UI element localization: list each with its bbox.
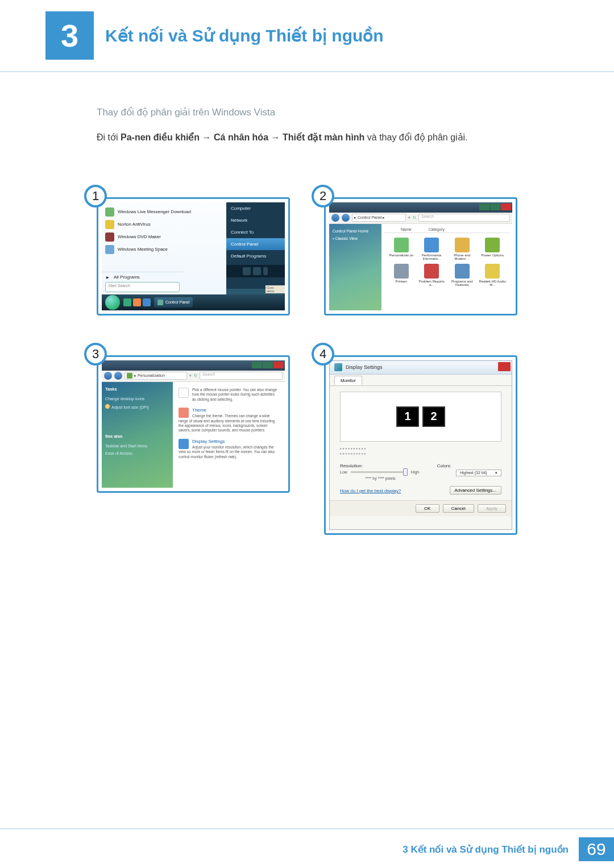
display-settings-icon <box>334 363 342 371</box>
step-badge: 4 <box>312 343 334 366</box>
start-right-item[interactable]: Connect To <box>226 226 285 238</box>
dropdown-placeholder[interactable]: ********** <box>340 447 501 451</box>
control-panel-icon[interactable]: Phone and Modem ... <box>448 238 476 260</box>
close-icon[interactable] <box>273 362 284 368</box>
control-panel-icon[interactable]: Programs and Features <box>448 264 476 286</box>
chapter-number-badge: 3 <box>45 11 94 60</box>
dialog-buttons: OK Cancel Apply <box>330 500 512 516</box>
instruction-bold-1: Pa-nen điều khiển <box>121 132 200 142</box>
column-header[interactable]: Category <box>429 227 445 231</box>
forward-button[interactable] <box>342 214 350 222</box>
minimize-icon[interactable] <box>252 362 262 368</box>
control-panel-icon[interactable]: Printers <box>387 264 416 286</box>
personalization-block[interactable]: Theme Change the theme. Themes can chang… <box>179 408 279 433</box>
start-right-item[interactable]: Computer <box>226 202 285 214</box>
sidebar-item[interactable]: Control Panel Home <box>331 227 379 235</box>
personalization-main: Pick a different mouse pointer. You can … <box>173 382 285 488</box>
start-orb-icon[interactable] <box>105 295 120 310</box>
control-panel-icon[interactable]: Personalizati on <box>387 238 416 260</box>
sidebar-heading: See also <box>105 434 169 439</box>
start-menu-item[interactable]: Norton AntiVirus <box>102 218 226 231</box>
control-panel-icon[interactable]: Performance Informatio... <box>418 238 446 260</box>
taskbar-icon[interactable] <box>133 298 141 306</box>
maximize-icon[interactable] <box>490 203 500 210</box>
personalization-block[interactable]: Display Settings Adjust your monitor res… <box>179 439 279 459</box>
screenshot-personalization: ▸ Personalization ▾↻ Search Tasks Change… <box>102 360 285 488</box>
close-icon[interactable] <box>498 362 511 371</box>
control-panel-icon[interactable]: Realtek HD Audio M... <box>479 264 507 286</box>
control-panel-main: NameCategory Personalizati onPerformance… <box>381 224 512 310</box>
apply-button[interactable]: Apply <box>478 504 506 513</box>
screenshot-start-menu: Windows Live Messenger Download Norton A… <box>102 202 285 310</box>
close-icon[interactable] <box>501 203 511 210</box>
chapter-header: 3 Kết nối và Sử dụng Thiết bị nguồn <box>0 0 614 60</box>
chapter-title: Kết nối và Sử dụng Thiết bị nguồn <box>105 26 384 45</box>
tab-monitor[interactable]: Monitor <box>334 376 362 385</box>
step-badge: 3 <box>84 343 107 366</box>
all-programs-item[interactable]: All Programs <box>102 272 184 282</box>
control-panel-icon[interactable]: Problem Reports a... <box>418 264 446 286</box>
colors-label: Colors: <box>437 463 501 468</box>
sidebar-heading: Tasks <box>105 387 169 392</box>
back-button[interactable] <box>331 214 339 222</box>
arrow-icon: → <box>202 132 214 142</box>
monitor-preview: 1 2 <box>340 392 501 442</box>
start-right-item-selected[interactable]: Control Panel <box>226 238 285 250</box>
step-badge: 2 <box>312 185 334 207</box>
start-menu-item[interactable]: Windows DVD Maker <box>102 231 226 243</box>
monitor-2[interactable]: 2 <box>422 406 445 427</box>
colors-select[interactable]: Highest (32 bit) ▾ <box>456 470 501 476</box>
lock-icon <box>253 267 261 275</box>
mouse-pointer-icon <box>179 388 189 398</box>
step-2: 2 ▸ Control Panel ▸ ▾↻ Search <box>324 197 517 315</box>
search-input[interactable]: Search <box>200 372 283 380</box>
cancel-button[interactable]: Cancel <box>443 504 474 513</box>
help-link[interactable]: How do I get the best display? <box>340 488 401 493</box>
sidebar-item[interactable]: Ease of Access <box>105 450 169 457</box>
step-box: ▸ Personalization ▾↻ Search Tasks Change… <box>97 355 290 493</box>
shutdown-area[interactable] <box>226 265 285 277</box>
theme-icon <box>179 408 189 418</box>
shield-icon <box>105 404 110 409</box>
checkbox-placeholder[interactable]: ********** <box>340 452 501 456</box>
instruction-prefix: Đi tới <box>97 132 121 142</box>
resolution-slider[interactable]: Low High <box>340 470 421 474</box>
window-titlebar <box>102 360 285 371</box>
resolution-value: **** by **** pixels <box>340 476 421 480</box>
column-header[interactable]: Name <box>401 227 412 231</box>
start-search-input[interactable]: Start Search <box>105 282 180 292</box>
monitor-1[interactable]: 1 <box>396 406 419 427</box>
personalization-block[interactable]: Pick a different mouse pointer. You can … <box>179 388 279 402</box>
advanced-settings-button[interactable]: Advanced Settings... <box>450 486 501 495</box>
forward-button[interactable] <box>114 372 122 380</box>
taskbar-icon[interactable] <box>143 298 151 306</box>
sidebar-item[interactable]: Taskbar and Start Menu <box>105 442 169 450</box>
address-bar[interactable]: ▸ Control Panel ▸ <box>352 214 406 222</box>
back-button[interactable] <box>104 372 112 380</box>
sidebar-item[interactable]: Adjust font size (DPI) <box>105 402 169 411</box>
taskbar-button[interactable]: Control Panel <box>154 297 193 308</box>
instruction-bold-3: Thiết đặt màn hình <box>283 132 364 142</box>
maximize-icon[interactable] <box>263 362 273 368</box>
start-menu-item[interactable]: Windows Meeting Space <box>102 243 226 256</box>
page-number: 69 <box>579 837 614 861</box>
start-menu-item[interactable]: Windows Live Messenger Download <box>102 206 226 218</box>
arrow-icon: → <box>271 132 283 142</box>
start-right-item[interactable]: Network <box>226 214 285 226</box>
sidebar-item[interactable]: • Classic View <box>331 235 379 242</box>
address-bar[interactable]: ▸ Personalization <box>125 372 187 380</box>
minimize-icon[interactable] <box>479 203 489 210</box>
sidebar: Tasks Change desktop icons Adjust font s… <box>102 382 173 488</box>
start-right-item[interactable]: Default Programs <box>226 250 285 262</box>
page-content: Thay đổi độ phân giải trên Windows Vista… <box>0 72 614 535</box>
ok-button[interactable]: OK <box>416 504 439 513</box>
section-subtitle: Thay đổi độ phân giải trên Windows Vista <box>97 106 517 118</box>
search-input[interactable]: Search <box>418 214 510 222</box>
step-box: ▸ Control Panel ▸ ▾↻ Search Control Pane… <box>324 197 517 315</box>
slider-thumb[interactable] <box>403 468 408 476</box>
window-titlebar <box>329 202 512 213</box>
taskbar-icon[interactable] <box>123 298 131 306</box>
screenshot-control-panel: ▸ Control Panel ▸ ▾↻ Search Control Pane… <box>329 202 512 310</box>
sidebar-item[interactable]: Change desktop icons <box>105 395 169 402</box>
control-panel-icon[interactable]: Power Options <box>479 238 507 260</box>
